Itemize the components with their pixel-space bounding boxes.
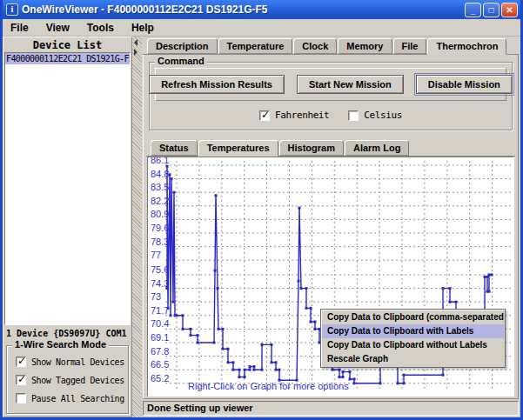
celsius-checkbox[interactable]: [348, 110, 359, 121]
data-point-marker: [271, 361, 273, 363]
graph-context-menu: Copy Data to Clipboard (comma-separated)…: [320, 309, 506, 368]
app-window: i OneWireViewer - F4000000112E2C21 DS192…: [0, 0, 523, 420]
menu-item-rescale-graph[interactable]: Rescale Graph: [322, 352, 504, 366]
unit-selection-row: Fahrenheit Celsius: [155, 101, 506, 126]
data-point-marker: [305, 287, 308, 290]
fahrenheit-option[interactable]: Fahrenheit: [259, 110, 329, 121]
show-tagged-devices-label: Show Tagged Devices: [31, 376, 124, 385]
data-point-marker: [176, 314, 178, 317]
data-point-marker: [172, 301, 175, 303]
tab-thermochron[interactable]: Thermochron: [427, 38, 506, 55]
y-tick-label: 69.1: [151, 332, 169, 343]
data-point-marker: [218, 328, 220, 330]
y-tick-label: 75.6: [151, 264, 169, 275]
data-point-marker: [238, 369, 241, 371]
collapse-left-icon[interactable]: [134, 39, 137, 46]
temperature-graph-panel: 86.184.883.582.280.979.678.37775.674.373…: [147, 157, 514, 397]
data-point-marker: [170, 314, 172, 317]
y-tick-label: 71.7: [151, 305, 169, 316]
tab-histogram[interactable]: Histogram: [279, 140, 344, 156]
maximize-button-icon[interactable]: □: [483, 3, 500, 17]
data-point-marker: [271, 343, 273, 346]
data-point-marker: [190, 328, 192, 330]
adapter-status-label: 1 Device {DS9097U} COM1: [3, 325, 131, 340]
data-point-marker: [253, 369, 256, 371]
close-button-icon[interactable]: ✕: [501, 3, 518, 17]
data-point-marker: [249, 365, 251, 368]
data-point-marker: [222, 348, 225, 350]
y-tick-label: 74.3: [151, 278, 169, 289]
y-tick-label: 86.1: [151, 157, 169, 165]
show-normal-devices-row[interactable]: Show Normal Devices: [16, 357, 123, 367]
collapse-right-icon[interactable]: [134, 49, 137, 56]
minimize-button-icon[interactable]: _: [465, 3, 481, 17]
data-point-marker: [167, 307, 170, 310]
data-point-marker: [182, 328, 184, 330]
show-tagged-devices-checkbox[interactable]: [16, 375, 26, 385]
menu-item-copy-comma-separated[interactable]: Copy Data to Clipboard (comma-separated): [322, 310, 504, 324]
data-point-marker: [484, 276, 486, 278]
show-tagged-devices-row[interactable]: Show Tagged Devices: [16, 375, 123, 385]
tab-status[interactable]: Status: [151, 140, 198, 156]
menu-help[interactable]: Help: [129, 20, 162, 36]
command-button-strip: Refresh Mission Results Start New Missio…: [155, 68, 506, 101]
tab-description[interactable]: Description: [147, 38, 218, 54]
menu-view[interactable]: View: [44, 20, 77, 36]
data-point-marker: [300, 287, 303, 290]
data-point-marker: [253, 365, 256, 368]
menu-item-copy-without-labels[interactable]: Copy Data to Clipboard without Labels: [322, 338, 504, 352]
data-point-marker: [442, 287, 445, 290]
data-point-marker: [213, 342, 216, 344]
data-point-marker: [353, 378, 356, 381]
y-tick-label: 70.4: [151, 318, 169, 329]
device-list[interactable]: F4000000112E2C21 DS1921G-F5: [4, 52, 131, 325]
menu-file[interactable]: File: [8, 20, 37, 36]
tab-clock[interactable]: Clock: [293, 38, 337, 54]
data-point-marker: [197, 334, 199, 337]
data-point-marker: [305, 307, 308, 310]
command-group-title: Command: [155, 56, 207, 66]
thermochron-panel: Command Refresh Mission Results Start Ne…: [143, 55, 519, 399]
data-point-marker: [353, 382, 356, 384]
pause-all-searching-checkbox[interactable]: [16, 393, 26, 403]
window-title: OneWireViewer - F4000000112E2C21 DS1921G…: [22, 3, 465, 16]
show-normal-devices-checkbox[interactable]: [16, 357, 26, 367]
tab-memory[interactable]: Memory: [338, 38, 392, 54]
data-point-marker: [455, 301, 458, 303]
celsius-option[interactable]: Celsius: [348, 110, 402, 121]
split-pane-divider[interactable]: [132, 37, 142, 417]
tab-temperatures[interactable]: Temperatures: [198, 140, 278, 157]
data-point-marker: [278, 369, 281, 371]
tab-alarm-log[interactable]: Alarm Log: [345, 140, 409, 156]
data-point-marker: [488, 274, 491, 277]
data-point-marker: [442, 374, 445, 377]
tab-temperature[interactable]: Temperature: [218, 38, 293, 54]
y-tick-label: 80.9: [151, 209, 169, 219]
tab-file[interactable]: File: [393, 38, 427, 54]
search-mode-group: 1-Wire Search Mode Show Normal Devices S…: [6, 345, 129, 414]
celsius-label: Celsius: [364, 110, 402, 121]
data-point-marker: [314, 328, 317, 330]
y-tick-label: 83.5: [151, 182, 169, 192]
menu-tools[interactable]: Tools: [84, 20, 122, 36]
data-point-marker: [238, 376, 241, 378]
data-point-marker: [214, 270, 217, 272]
device-list-item[interactable]: F4000000112E2C21 DS1921G-F5: [5, 53, 130, 64]
fahrenheit-label: Fahrenheit: [275, 110, 329, 121]
data-point-marker: [166, 165, 169, 168]
y-tick-label: 67.8: [151, 346, 169, 357]
graph-hint-text: Right-Click on Graph for more options: [188, 381, 349, 391]
show-normal-devices-label: Show Normal Devices: [31, 357, 124, 367]
title-bar[interactable]: i OneWireViewer - F4000000112E2C21 DS192…: [3, 0, 520, 19]
fahrenheit-checkbox[interactable]: [259, 110, 270, 121]
menu-item-copy-with-labels[interactable]: Copy Data to Clipboard with Labels: [322, 324, 504, 338]
pause-all-searching-row[interactable]: Pause All Searching: [16, 393, 123, 403]
refresh-mission-results-button[interactable]: Refresh Mission Results: [149, 75, 285, 94]
disable-mission-button[interactable]: Disable Mission: [416, 75, 513, 94]
menu-bar: File View Tools Help: [3, 19, 520, 37]
pause-all-searching-label: Pause All Searching: [31, 394, 124, 403]
y-tick-label: 66.5: [151, 359, 169, 370]
data-point-marker: [342, 376, 345, 378]
data-point-marker: [197, 342, 199, 344]
start-new-mission-button[interactable]: Start New Mission: [297, 75, 404, 94]
